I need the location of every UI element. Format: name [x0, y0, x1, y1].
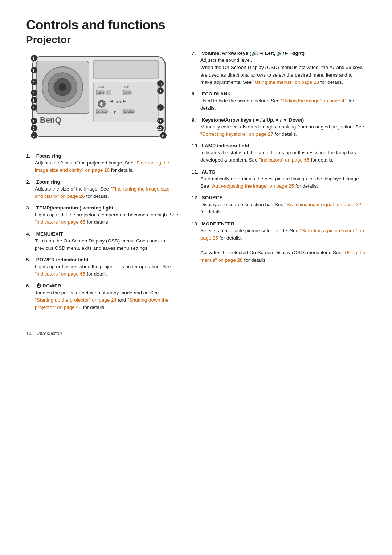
item-body-2: Adjusts the size of the image. See "Fine… [26, 185, 179, 200]
list-item: 4. MENU/EXIT Turns on the On-Screen Disp… [26, 231, 179, 252]
item-title-10: 10. LAMP indicator light [192, 143, 366, 148]
item-title-7: 7. Volume /Arrow keys (🔊/◄ Left, 🔊/► Rig… [192, 50, 366, 56]
svg-text:12: 12 [158, 119, 162, 123]
svg-text:BenQ: BenQ [40, 115, 61, 125]
svg-text:11: 11 [158, 89, 162, 93]
list-item: 13. MODE/ENTER Selects an available pict… [192, 221, 366, 264]
svg-text:10: 10 [158, 82, 162, 86]
link-8-1[interactable]: "Hiding the image" on page 41 [281, 98, 347, 103]
item-title-6: 6. ⏻ POWER [26, 283, 179, 289]
item-body-6: Toggles the projector between standby mo… [26, 289, 179, 311]
list-item: 5. POWER indicator light Lights up or fl… [26, 257, 179, 278]
svg-text:9: 9 [33, 134, 34, 138]
list-item: 2. Zoom ring Adjusts the size of the ima… [26, 179, 179, 200]
item-title-2: 2. Zoom ring [26, 179, 179, 185]
svg-text:LAMP: LAMP [124, 86, 131, 88]
item-body-1: Adjusts the focus of the projected image… [26, 159, 179, 174]
svg-text:MENU: MENU [98, 92, 104, 94]
svg-text:2: 2 [33, 69, 34, 72]
svg-text:+: + [107, 91, 108, 94]
list-item: 12. SOURCE Displays the source selection… [192, 195, 366, 216]
svg-text:13: 13 [158, 127, 162, 130]
left-items-list: 1. Focus ring Adjusts the focus of the p… [26, 153, 179, 311]
item-body-9: Manually corrects distorted images resul… [192, 123, 366, 138]
item-body-5: Lights up or flashes when the projector … [26, 263, 179, 278]
link-13-1[interactable]: "Selecting a picture mode" on page 35 [200, 228, 364, 241]
list-item: 8. ECO BLANK Used to hide the screen pic… [192, 91, 366, 112]
svg-text:⏻: ⏻ [100, 102, 103, 106]
svg-text:SOURCE: SOURCE [124, 111, 134, 113]
item-title-4: 4. MENU/EXIT [26, 231, 179, 237]
footer: 10 Introduction [26, 331, 366, 336]
footer-section-label: Introduction [37, 331, 62, 336]
item-title-3: 3. TEMP(temperature) warning light [26, 205, 179, 211]
item-title-11: 11. AUTO [192, 169, 366, 175]
page-title: Controls and functions [26, 17, 366, 33]
item-title-12: 12. SOURCE [192, 195, 366, 200]
list-item: 1. Focus ring Adjusts the focus of the p… [26, 153, 179, 174]
item-title-5: 5. POWER indicator light [26, 257, 179, 262]
projector-image: TEMP LAMP MENU + AUTO ⏻ ◄ ENT ► ECO BL [26, 50, 171, 144]
svg-text:AUTO: AUTO [124, 92, 131, 94]
svg-point-5 [59, 83, 66, 91]
item-title-13: 13. MODE/ENTER [192, 221, 366, 227]
list-item: 10. LAMP indicator light Indicates the s… [192, 143, 366, 164]
svg-text:8: 8 [33, 127, 34, 130]
link-10-1[interactable]: "Indicators" on page 65 [259, 157, 309, 163]
item-body-10: Indicates the status of the lamp. Lights… [192, 149, 366, 164]
svg-text:6: 6 [33, 106, 34, 110]
list-item: 9. Keystone/Arrow keys ( ■ /▲Up, ■ / ▼ D… [192, 117, 366, 138]
link-11-1[interactable]: "Auto-adjusting the image" on page 25 [211, 183, 294, 189]
link-1-1[interactable]: "Fine-tuning the image size and clarity"… [35, 160, 169, 173]
list-item: 11. AUTO Automatically determines the be… [192, 169, 366, 190]
list-item: 6. ⏻ POWER Toggles the projector between… [26, 283, 179, 311]
svg-text:3: 3 [33, 81, 34, 84]
svg-text:▼: ▼ [113, 110, 117, 115]
link-7-1[interactable]: "Using the menus" on page 28 [253, 79, 319, 85]
svg-text:5: 5 [33, 99, 34, 102]
right-items-list: 7. Volume /Arrow keys (🔊/◄ Left, 🔊/► Rig… [192, 50, 366, 264]
link-5-1[interactable]: "Indicators" on page 65 [35, 271, 85, 277]
link-9-1[interactable]: "Correcting keystone" on page 27 [200, 131, 273, 137]
item-body-11: Automatically determines the best pictur… [192, 175, 366, 190]
svg-text:►: ► [122, 98, 127, 104]
list-item: 3. TEMP(temperature) warning light Light… [26, 205, 179, 226]
link-2-1[interactable]: "Fine-tuning the image size and clarity"… [35, 186, 170, 199]
svg-text:7: 7 [33, 119, 34, 123]
svg-rect-6 [93, 60, 159, 78]
svg-text:ECO BLANK: ECO BLANK [97, 111, 109, 113]
svg-text:4: 4 [33, 91, 34, 95]
right-column: 7. Volume /Arrow keys (🔊/◄ Left, 🔊/► Rig… [192, 50, 366, 316]
link-13-2[interactable]: "Using the menus" on page 28 [200, 250, 365, 262]
svg-text:◄: ◄ [109, 98, 114, 104]
svg-text:9: 9 [162, 134, 164, 138]
main-layout: TEMP LAMP MENU + AUTO ⏻ ◄ ENT ► ECO BL [26, 50, 366, 316]
item-body-13: Selects an available picture setup mode.… [192, 227, 366, 264]
link-12-1[interactable]: "Switching input signal" on page 32 [285, 202, 362, 207]
item-title-8: 8. ECO BLANK [192, 91, 366, 97]
item-body-8: Used to hide the screen picture. See "Hi… [192, 97, 366, 112]
item-body-7: Adjusts the sound level. When the On-Scr… [192, 57, 366, 86]
item-title-1: 1. Focus ring [26, 153, 179, 159]
item-body-12: Displays the source selection bar. See "… [192, 201, 366, 216]
item-body-3: Lights up red if the projector's tempera… [26, 211, 179, 226]
item-body-4: Turns on the On-Screen Display (OSD) men… [26, 237, 179, 252]
link-6-1[interactable]: "Starting up the projector" on page 24 [35, 297, 117, 303]
svg-text:TEMP: TEMP [98, 86, 105, 88]
svg-text:1: 1 [33, 57, 34, 60]
item-title-9: 9. Keystone/Arrow keys ( ■ /▲Up, ■ / ▼ D… [192, 117, 366, 123]
link-3-1[interactable]: "Indicators" on page 65 [35, 219, 85, 225]
footer-page-number: 10 [26, 331, 31, 336]
list-item: 7. Volume /Arrow keys (🔊/◄ Left, 🔊/► Rig… [192, 50, 366, 86]
section-subtitle: Projector [26, 34, 366, 46]
svg-text:7: 7 [159, 106, 161, 110]
left-column: TEMP LAMP MENU + AUTO ⏻ ◄ ENT ► ECO BL [26, 50, 179, 316]
